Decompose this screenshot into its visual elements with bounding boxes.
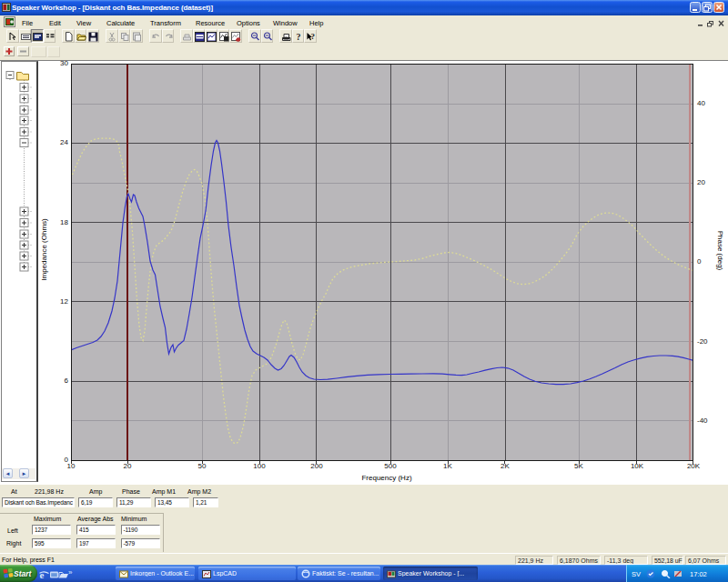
svg-text:e: e — [40, 569, 45, 580]
svg-text:?: ? — [296, 32, 300, 42]
svg-text:?: ? — [311, 32, 316, 41]
